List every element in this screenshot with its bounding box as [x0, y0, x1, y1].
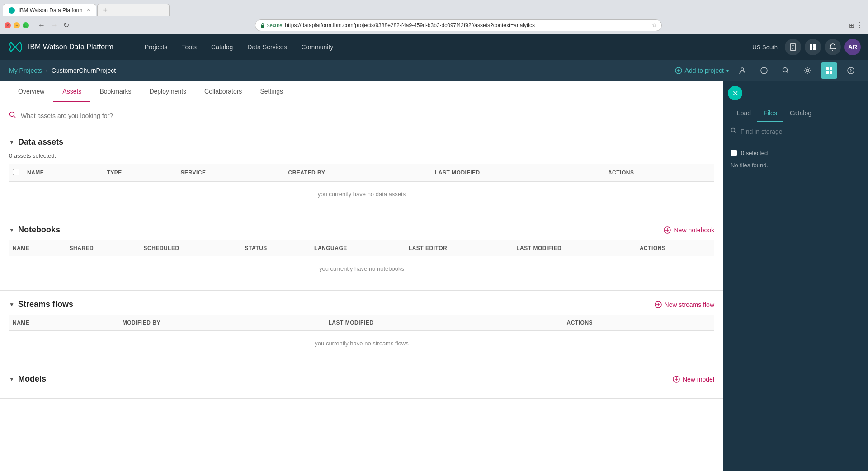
window-max-btn[interactable]: □ — [23, 22, 29, 28]
main-layout: Overview Assets Bookmarks Deployments Co… — [0, 81, 868, 471]
top-navigation: IBM Watson Data Platform Projects Tools … — [0, 34, 868, 60]
svg-rect-20 — [830, 67, 832, 70]
breadcrumb-grid-icon-btn[interactable] — [821, 62, 837, 79]
no-files-message: No files found. — [731, 162, 861, 169]
new-model-btn[interactable]: New model — [673, 376, 714, 383]
svg-point-37 — [731, 128, 735, 132]
models-title: Models — [18, 374, 46, 384]
nav-grid-icon-btn[interactable] — [805, 39, 821, 55]
add-to-project-btn[interactable]: Add to project ▾ — [675, 67, 729, 74]
window-controls: ✕ − □ — [5, 22, 29, 28]
star-icon[interactable]: ☆ — [652, 22, 657, 28]
breadcrumb-bar: My Projects › CustomerChurnProject Add t… — [0, 60, 868, 81]
streams-flows-table: NAME MODIFIED BY LAST MODIFIED ACTIONS y… — [9, 315, 714, 356]
browser-navigation: ← → ↻ — [36, 20, 71, 30]
new-notebook-btn[interactable]: New notebook — [664, 226, 714, 234]
svg-line-27 — [14, 116, 15, 118]
panel-close-btn[interactable]: ✕ — [728, 86, 742, 100]
streams-flows-header: ▼ Streams flows New streams flow — [9, 300, 714, 309]
active-tab[interactable]: IBM Watson Data Platform ✕ — [3, 4, 96, 16]
streams-flows-title-area: ▼ Streams flows — [9, 300, 73, 309]
window-min-btn[interactable]: − — [14, 22, 20, 28]
panel-tab-catalog[interactable]: Catalog — [783, 105, 818, 122]
breadcrumb-compass-icon-btn[interactable] — [843, 62, 859, 79]
tab-settings[interactable]: Settings — [251, 81, 292, 102]
tab-close-icon[interactable]: ✕ — [86, 7, 90, 13]
notebooks-header: ▼ Notebooks New notebook — [9, 225, 714, 235]
select-all-checkbox[interactable] — [13, 169, 19, 175]
svg-rect-6 — [813, 44, 816, 47]
notebooks-toggle[interactable]: ▼ — [9, 227, 14, 233]
tab-collaborators[interactable]: Collaborators — [195, 81, 251, 102]
nav-divider — [130, 40, 130, 54]
tab-overview[interactable]: Overview — [9, 81, 53, 102]
data-assets-title: Data assets — [18, 137, 63, 147]
new-notebook-label: New notebook — [674, 226, 714, 234]
reload-btn[interactable]: ↻ — [61, 20, 71, 30]
window-close-btn[interactable]: ✕ — [5, 22, 11, 28]
data-assets-col-created-by: CREATED BY — [285, 164, 431, 182]
breadcrumb-info-icon-btn[interactable]: i — [756, 62, 772, 79]
panel-tabs: Load Files Catalog — [723, 105, 868, 122]
logo-area: IBM Watson Data Platform — [7, 42, 113, 52]
search-input[interactable] — [21, 112, 298, 119]
url-text: https://dataplatform.ibm.com/projects/93… — [285, 22, 649, 28]
nav-bell-icon-btn[interactable] — [825, 39, 841, 55]
streams-flows-toggle[interactable]: ▼ — [9, 301, 14, 308]
data-assets-title-area: ▼ Data assets — [9, 137, 63, 147]
notebooks-col-actions: ACTIONS — [636, 240, 714, 256]
nav-catalog[interactable]: Catalog — [204, 34, 240, 60]
notebooks-col-last-modified: LAST MODIFIED — [513, 240, 636, 256]
new-tab[interactable]: + — [97, 4, 170, 16]
breadcrumb-search-icon-btn[interactable] — [778, 62, 794, 79]
nav-right: US South AR — [752, 39, 861, 55]
data-assets-section: ▼ Data assets 0 assets selected. NAME TY… — [0, 128, 723, 216]
menu-btn[interactable]: ⋮ — [856, 21, 863, 29]
nav-document-icon-btn[interactable] — [785, 39, 801, 55]
panel-search-icon — [731, 127, 737, 135]
streams-col-actions: ACTIONS — [563, 315, 714, 331]
panel-body: 0 selected No files found. — [723, 144, 868, 471]
panel-tab-files[interactable]: Files — [757, 105, 783, 122]
breadcrumb-settings-icon-btn[interactable] — [799, 62, 816, 79]
panel-search-input[interactable] — [741, 128, 861, 135]
tab-assets[interactable]: Assets — [53, 81, 90, 102]
assets-selected-count: 0 assets selected. — [9, 152, 714, 159]
forward-btn[interactable]: → — [49, 20, 60, 30]
user-avatar[interactable]: AR — [844, 39, 861, 55]
nav-projects[interactable]: Projects — [137, 34, 175, 60]
add-to-project-label: Add to project — [685, 67, 724, 74]
breadcrumb-parent[interactable]: My Projects — [9, 67, 42, 74]
nav-community[interactable]: Community — [294, 34, 340, 60]
streams-col-last-modified: LAST MODIFIED — [325, 315, 563, 331]
breadcrumb-person-icon-btn[interactable] — [734, 62, 750, 79]
svg-marker-24 — [850, 68, 852, 71]
models-section: ▼ Models New model — [0, 365, 723, 399]
streams-flows-title: Streams flows — [18, 300, 73, 309]
back-btn[interactable]: ← — [36, 20, 47, 30]
svg-rect-7 — [810, 47, 812, 50]
svg-rect-5 — [810, 44, 812, 47]
new-streams-flow-btn[interactable]: New streams flow — [655, 301, 714, 308]
panel-search — [723, 122, 868, 144]
tab-deployments[interactable]: Deployments — [140, 81, 195, 102]
search-input-wrapper — [9, 111, 298, 123]
breadcrumb-separator: › — [46, 67, 48, 74]
models-toggle[interactable]: ▼ — [9, 376, 14, 382]
nav-data-services[interactable]: Data Services — [240, 34, 294, 60]
panel-select-all-checkbox[interactable] — [731, 150, 737, 156]
notebooks-title: Notebooks — [18, 225, 60, 235]
address-bar[interactable]: Secure https://dataplatform.ibm.com/proj… — [255, 19, 662, 31]
nav-tools[interactable]: Tools — [175, 34, 204, 60]
logo-text: IBM Watson Data Platform — [28, 43, 113, 51]
tab-title: IBM Watson Data Platform — [19, 7, 83, 14]
extensions-btn[interactable]: ⊞ — [849, 21, 854, 29]
notebooks-col-status: STATUS — [241, 240, 311, 256]
notebooks-col-scheduled: SCHEDULED — [140, 240, 241, 256]
svg-rect-21 — [826, 71, 829, 74]
tab-bookmarks[interactable]: Bookmarks — [90, 81, 140, 102]
svg-text:i: i — [764, 68, 764, 73]
data-assets-toggle[interactable]: ▼ — [9, 139, 14, 146]
panel-tab-load[interactable]: Load — [731, 105, 757, 122]
content-area: Overview Assets Bookmarks Deployments Co… — [0, 81, 723, 471]
